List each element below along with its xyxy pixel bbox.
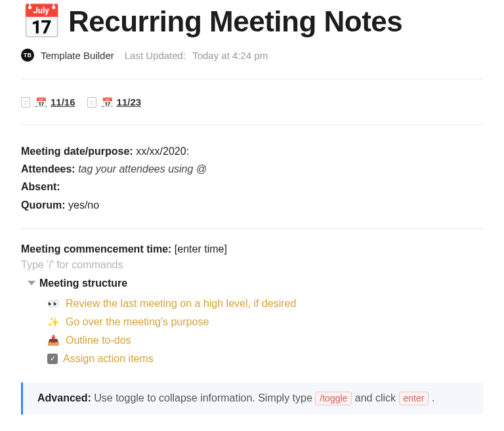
callout-lead: Advanced: — [37, 392, 91, 403]
toggle-header[interactable]: Meeting structure — [21, 277, 483, 289]
callout-text: . — [432, 392, 434, 403]
document-icon — [87, 97, 96, 108]
divider — [21, 228, 483, 229]
calendar-icon: 📅 — [21, 5, 62, 38]
divider — [21, 125, 483, 125]
slash-command-placeholder[interactable]: Type '/' for commands — [21, 259, 483, 271]
byline: TB Template Builder Last Updated: Today … — [21, 49, 483, 62]
field-value[interactable]: xx/xx/2020: — [136, 146, 189, 157]
structure-link[interactable]: Review the last meeting on a high level,… — [66, 298, 296, 310]
page-title-row: 📅 Recurring Meeting Notes — [21, 5, 483, 38]
toggle-title: Meeting structure — [39, 277, 127, 289]
kbd-toggle: /toggle — [315, 392, 352, 406]
sparkles-icon: ✨ — [47, 316, 60, 328]
toggle-meeting-structure: Meeting structure 👀 Review the last meet… — [21, 277, 483, 368]
last-updated-label: Last Updated: — [125, 50, 186, 61]
calendar-icon: 📅 — [35, 97, 47, 108]
field-commencement: Meeting commencement time: [enter time] — [21, 243, 483, 255]
list-item: 📥 Outline to-dos — [21, 331, 483, 350]
field-label: Quorum: — [21, 199, 66, 211]
field-date-purpose: Meeting date/purpose: xx/xx/2020: — [21, 142, 483, 160]
eyes-icon: 👀 — [47, 298, 60, 310]
field-label: Meeting date/purpose: — [21, 146, 133, 157]
list-item: 👀 Review the last meeting on a high leve… — [21, 295, 483, 313]
avatar: TB — [21, 49, 34, 62]
inbox-icon: 📥 — [47, 335, 60, 346]
list-item: ✨ Go over the meeting's purpose — [21, 313, 483, 331]
page-title: Recurring Meeting Notes — [68, 5, 402, 38]
subpage-chip-row: 📅 11/16 📅 11/23 — [21, 96, 483, 108]
structure-link[interactable]: Go over the meeting's purpose — [66, 316, 209, 328]
structure-list: 👀 Review the last meeting on a high leve… — [21, 295, 483, 368]
author-name: Template Builder — [41, 50, 114, 61]
advanced-callout: Advanced: Use toggle to collapse informa… — [21, 382, 483, 415]
field-absent: Absent: — [21, 178, 483, 195]
field-label: Absent: — [21, 181, 60, 192]
callout-text: and click — [355, 392, 396, 403]
subpage-label: 11/23 — [117, 96, 142, 108]
field-label: Attendees: — [21, 163, 75, 174]
subpage-label: 11/16 — [51, 96, 75, 108]
chevron-down-icon — [28, 281, 35, 285]
subpage-chip[interactable]: 📅 11/23 — [87, 96, 142, 108]
field-value[interactable]: [enter time] — [175, 243, 227, 255]
subpage-chip[interactable]: 📅 11/16 — [21, 96, 75, 108]
field-quorum: Quorum: yes/no — [21, 196, 483, 214]
last-updated-value: Today at 4:24 pm — [192, 50, 268, 61]
field-attendees: Attendees: tag your attendees using @ — [21, 160, 483, 178]
field-value[interactable]: yes/no — [68, 199, 99, 211]
divider — [21, 79, 483, 79]
kbd-enter: enter — [399, 392, 429, 406]
calendar-icon: 📅 — [102, 97, 113, 108]
field-value[interactable]: tag your attendees using @ — [78, 163, 207, 174]
document-icon — [21, 97, 30, 108]
meeting-fields: Meeting date/purpose: xx/xx/2020: Attend… — [21, 142, 483, 214]
structure-link[interactable]: Outline to-dos — [66, 335, 131, 346]
callout-text: Use toggle to collapse information. Simp… — [94, 392, 312, 403]
checkbox-checked-icon[interactable]: ✓ — [47, 354, 58, 364]
structure-link[interactable]: Assign action items — [63, 353, 154, 365]
list-item: ✓ Assign action items — [21, 350, 483, 368]
field-label: Meeting commencement time: — [21, 243, 171, 255]
